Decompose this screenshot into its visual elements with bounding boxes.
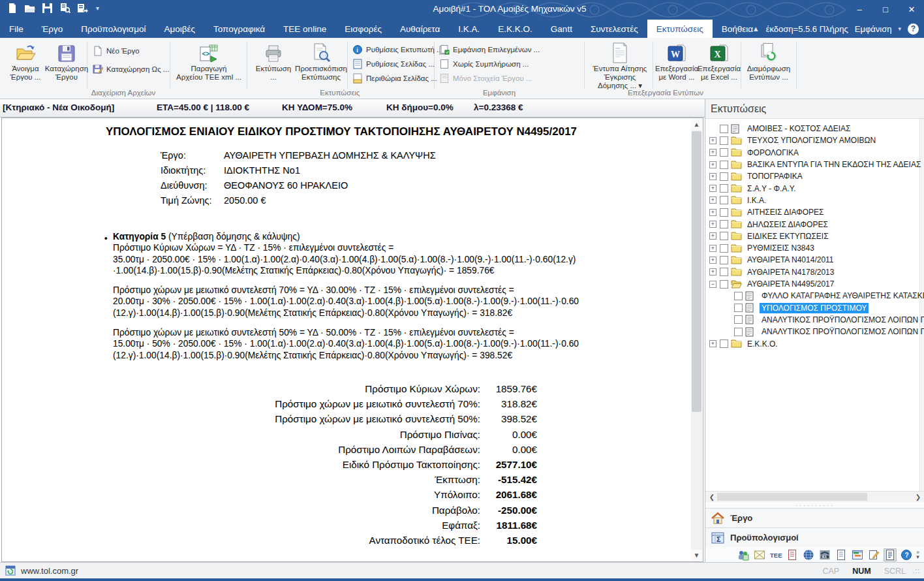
tree-item-label[interactable]: ΤΕΥΧΟΣ ΥΠΟΛΟΓΙΣΜΟΥ ΑΜΟΙΒΩΝ: [745, 135, 878, 146]
red-document-icon[interactable]: [786, 548, 799, 561]
menu-item-11[interactable]: Συντελεστές: [581, 20, 647, 38]
expand-plus-icon[interactable]: +: [709, 245, 716, 252]
resize-grip[interactable]: .::: [913, 567, 920, 574]
scroll-up-icon[interactable]: ▲: [691, 119, 702, 130]
save-icon[interactable]: [42, 3, 53, 14]
menu-item-10[interactable]: Gantt: [542, 20, 581, 38]
tree-item[interactable]: ΑΜΟΙΒΕΣ - ΚΟΣΤΟΣ ΑΔΕΙΑΣ: [705, 123, 852, 134]
menu-item-2[interactable]: Προϋπολογισμοί: [72, 20, 155, 38]
tree-checkbox[interactable]: [734, 304, 743, 312]
expand-plus-icon[interactable]: +: [709, 149, 716, 156]
menu-item-7[interactable]: Αυθαίρετα: [391, 20, 449, 38]
tree-item-label[interactable]: ΒΑΣΙΚΑ ΕΝΤΥΠΑ ΓΙΑ ΤΗΝ ΕΚΔΟΣΗ ΤΗΣ ΑΔΕΙΑΣ: [745, 159, 923, 170]
menu-item-6[interactable]: Εισφορές: [335, 20, 391, 38]
tree-checkbox[interactable]: [720, 184, 728, 193]
tree-item[interactable]: +Ε.Κ.Κ.Ο.: [705, 338, 780, 349]
tree-checkbox[interactable]: [734, 328, 743, 336]
menu-item-12[interactable]: Εκτυπώσεις: [647, 20, 713, 38]
scroll-right-icon[interactable]: ❯: [913, 492, 923, 502]
tree-item-label[interactable]: Σ.Α.Υ - Φ.Α.Υ.: [745, 183, 798, 194]
sidebar-item-project[interactable]: Έργο: [705, 508, 924, 527]
document-scrollbar[interactable]: ▲ ▼: [691, 119, 702, 561]
schedule-icon[interactable]: [851, 548, 864, 561]
print-button[interactable]: Εκτύπωση ...: [251, 41, 296, 92]
tree-item[interactable]: +ΤΕΥΧΟΣ ΥΠΟΛΟΓΙΣΜΟΥ ΑΜΟΙΒΩΝ: [705, 134, 878, 146]
minimize-button[interactable]: –: [851, 2, 868, 16]
sidebar-item-budgets[interactable]: Σ Προϋπολογισμοί: [705, 527, 924, 547]
expand-plus-icon[interactable]: +: [709, 340, 716, 347]
tree-item-label[interactable]: ΑΥΘΑΙΡΕΤΑ Ν4014/2011: [745, 255, 836, 265]
tree-item-label[interactable]: ΑΙΤΗΣΕΙΣ ΔΙΑΦΟΡΕΣ: [745, 207, 826, 217]
save-as-button[interactable]: Καταχώρηση Ως ...: [93, 63, 169, 76]
tree-item[interactable]: +ΡΥΘΜΙΣΕΙΣ Ν3843: [705, 242, 816, 254]
tree-checkbox[interactable]: [720, 256, 728, 264]
tree-item-label[interactable]: ΥΠΟΛΟΓΙΣΜΟΣ ΠΡΟΣΤΙΜΟΥ: [760, 303, 869, 313]
globe-icon[interactable]: [802, 548, 815, 561]
economics-icon[interactable]: [737, 548, 750, 561]
panel-splitter-handle[interactable]: ··········: [705, 502, 924, 508]
toolbar-overflow-icon[interactable]: »▾: [916, 550, 919, 559]
collapse-minus-icon[interactable]: −: [709, 281, 716, 288]
tree-checkbox[interactable]: [734, 292, 743, 300]
tee-icon[interactable]: TEE: [769, 548, 782, 561]
tree-checkbox[interactable]: [720, 244, 728, 253]
edit-with-word-button[interactable]: W Επεξεργασία με Word ...: [654, 41, 700, 92]
tree-item-label[interactable]: ΕΙΔΙΚΕΣ ΕΚΤΥΠΩΣΕΙΣ: [745, 231, 831, 242]
tree-item-label[interactable]: ΑΥΘΑΙΡΕΤΑ Ν4495/2017: [745, 279, 836, 289]
open-project-button[interactable]: Άνοιγμα Έργου ...: [4, 41, 47, 92]
page-margins-button[interactable]: Περιθώρια Σελίδας ...: [352, 72, 437, 85]
tree-item[interactable]: ΑΝΑΛΥΤΙΚΟΣ ΠΡΟΫΠΟΛΟΓΙΣΜΟΣ ΛΟΙΠΩΝ ΠΑΙ: [705, 314, 924, 326]
tree-checkbox[interactable]: [734, 315, 743, 324]
new-project-button[interactable]: Νέο Έργο: [93, 44, 140, 57]
tree-vertical-scrollbar[interactable]: [919, 119, 924, 491]
tree-checkbox[interactable]: [720, 280, 728, 289]
expand-plus-icon[interactable]: +: [709, 161, 716, 168]
page-settings-button[interactable]: Ρυθμίσεις Σελίδας ...: [352, 57, 435, 71]
tree-item-label[interactable]: Ε.Κ.Κ.Ο.: [745, 339, 780, 349]
qat-dropdown-icon[interactable]: ▾: [96, 5, 99, 12]
menu-item-3[interactable]: Αμοιβές: [155, 20, 204, 38]
tree-item-label[interactable]: ΔΗΛΩΣΕΙΣ ΔΙΑΦΟΡΕΣ: [745, 219, 830, 230]
report-preview[interactable]: ΥΠΟΛΟΓΙΣΜΟΣ ΕΝΙΑΙΟΥ ΕΙΔΙΚΟΥ ΠΡΟΣΤΙΜΟΥ ΤΑ…: [1, 118, 703, 562]
report-view-icon[interactable]: [884, 548, 897, 561]
tree-item-label[interactable]: ΑΝΑΛΥΤΙΚΟΣ ΠΡΟΫΠΟΛΟΓΙΣΜΟΣ ΛΟΙΠΩΝ ΠΑΙ: [760, 315, 924, 325]
format-forms-button[interactable]: Διαμόρφωση Εντύπων ...: [743, 41, 795, 92]
ika-icon[interactable]: IKA: [818, 548, 831, 561]
help-icon[interactable]: ?: [900, 548, 913, 561]
menu-item-1[interactable]: Έργο: [33, 20, 72, 38]
menu-item-8[interactable]: Ι.Κ.Α.: [449, 20, 489, 38]
open-folder-icon[interactable]: [24, 3, 35, 14]
show-selected-button[interactable]: Εμφάνιση Επιλεγμένων ...: [439, 43, 540, 56]
tree-item[interactable]: +Ι.Κ.Α.: [705, 195, 768, 206]
tree-checkbox[interactable]: [720, 172, 728, 181]
tree-item[interactable]: +ΤΟΠΟΓΡΑΦΙΚΑ: [705, 170, 805, 182]
help-icon[interactable]: ?: [908, 24, 919, 35]
menu-item-5[interactable]: TEE online: [274, 20, 335, 38]
close-button[interactable]: ✕: [903, 2, 920, 16]
tree-item[interactable]: +ΕΙΔΙΚΕΣ ΕΚΤΥΠΩΣΕΙΣ: [705, 230, 831, 242]
edit-with-excel-button[interactable]: X Επεξεργασία με Excel ...: [698, 41, 740, 92]
tree-checkbox[interactable]: [720, 339, 728, 348]
expand-plus-icon[interactable]: +: [709, 268, 716, 275]
expand-plus-icon[interactable]: +: [709, 137, 716, 144]
expand-plus-icon[interactable]: +: [709, 221, 716, 228]
tree-item-label[interactable]: ΦΟΡΟΛΟΓΙΚΑ: [745, 148, 801, 158]
tree-checkbox[interactable]: [720, 232, 728, 240]
tree-checkbox[interactable]: [720, 161, 728, 169]
scroll-down-icon[interactable]: ▼: [691, 550, 702, 561]
tree-item-label[interactable]: ΦΥΛΛΟ ΚΑΤΑΓΡΑΦΗΣ ΑΥΘΑΙΡΕΤΗΣ ΚΑΤΑΣΚΕΥΗ: [760, 290, 924, 301]
tree-checkbox[interactable]: [720, 196, 728, 204]
menu-item-0[interactable]: File: [0, 20, 33, 38]
scrollbar-thumb[interactable]: [692, 131, 701, 412]
tree-item-label[interactable]: ΤΟΠΟΓΡΑΦΙΚΑ: [745, 171, 805, 181]
scrollbar-thumb[interactable]: [717, 493, 867, 501]
status-url[interactable]: www.tol.com.gr: [21, 566, 78, 576]
tree-checkbox[interactable]: [720, 268, 728, 276]
maximize-button[interactable]: □: [877, 2, 894, 16]
print-preview-icon[interactable]: [59, 3, 70, 14]
tree-item[interactable]: +ΔΗΛΩΣΕΙΣ ΔΙΑΦΟΡΕΣ: [705, 218, 830, 230]
tree-checkbox[interactable]: [720, 148, 728, 157]
menu-item-4[interactable]: Τοπογραφικά: [204, 20, 274, 38]
tree-item[interactable]: ΑΝΑΛΥΤΙΚΟΣ ΠΡΟΫΠΟΛΟΓΙΣΜΟΣ ΛΟΙΠΩΝ ΠΑΙ: [705, 326, 924, 338]
tree-item-label[interactable]: ΑΝΑΛΥΤΙΚΟΣ ΠΡΟΫΠΟΛΟΓΙΣΜΟΣ ΛΟΙΠΩΝ ΠΑΙ: [760, 326, 924, 337]
